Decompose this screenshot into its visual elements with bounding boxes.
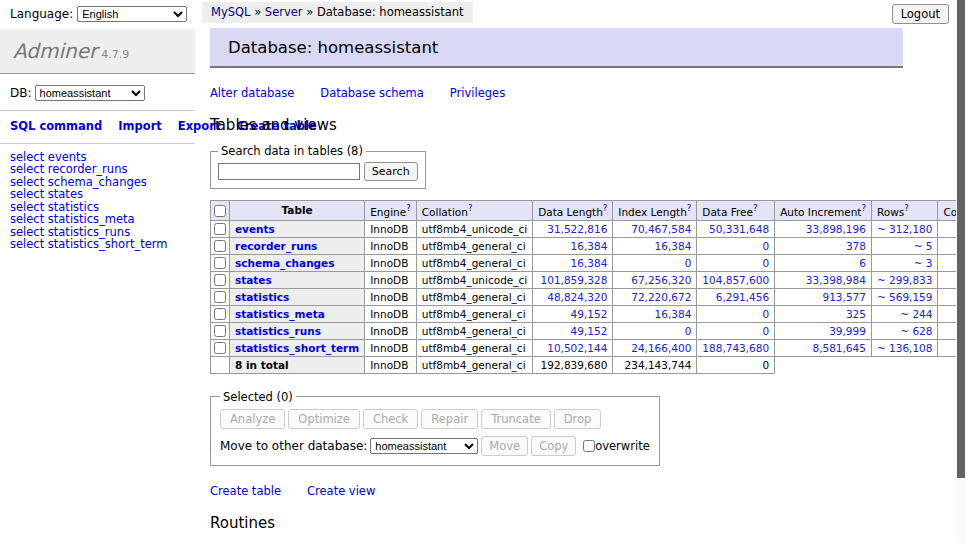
adminer-brand-link[interactable]: Adminer (13, 39, 97, 63)
row-checkbox[interactable] (214, 342, 226, 354)
search-input[interactable] (218, 163, 360, 180)
repair-button[interactable]: Repair (421, 409, 478, 429)
help-link[interactable]: ? (753, 203, 758, 213)
cell-data-length: 16,384 (533, 254, 613, 271)
auto-increment-link[interactable]: 33,398,984 (806, 274, 866, 286)
sql-command-link[interactable]: SQL command (10, 119, 102, 133)
db-select[interactable]: homeassistant (35, 85, 145, 101)
truncate-button[interactable]: Truncate (481, 409, 551, 429)
index-length-link[interactable]: 16,384 (655, 308, 692, 320)
index-length-link[interactable]: 16,384 (655, 240, 692, 252)
data-free-link[interactable]: 0 (762, 325, 769, 337)
auto-increment-link[interactable]: 325 (846, 308, 866, 320)
data-length-link[interactable]: 48,824,320 (547, 291, 607, 303)
statistics-short-term-table-link[interactable]: statistics_short_term (235, 342, 359, 354)
help-link[interactable]: ? (904, 203, 909, 213)
language-select[interactable]: English (77, 6, 187, 22)
copy-button[interactable]: Copy (531, 436, 576, 456)
privileges-link[interactable]: Privileges (450, 86, 505, 100)
help-link[interactable]: ? (406, 203, 411, 213)
help-link[interactable]: ? (861, 203, 866, 213)
statistics-table-link[interactable]: statistics (235, 291, 289, 303)
cell-index-length: 70,467,584 (613, 220, 697, 237)
rows-link[interactable]: ~ 3 (914, 257, 933, 269)
alter-database-link[interactable]: Alter database (210, 86, 294, 100)
help-link[interactable]: ? (603, 203, 608, 213)
vertical-scrollbar[interactable] (956, 0, 966, 543)
data-length-link[interactable]: 16,384 (571, 240, 608, 252)
help-link[interactable]: ? (468, 203, 473, 213)
column-header-auto-increment: Auto Increment? (775, 201, 872, 221)
index-length-link[interactable]: 67,256,320 (631, 274, 691, 286)
rows-link[interactable]: ~ 628 (900, 325, 932, 337)
data-free-link[interactable]: 6,291,456 (716, 291, 769, 303)
cell-index-length: 24,166,400 (613, 339, 697, 356)
rows-link[interactable]: ~ 299,833 (877, 274, 933, 286)
data-length-link[interactable]: 49,152 (571, 325, 608, 337)
statistics-runs-table-link[interactable]: statistics_runs (235, 325, 321, 337)
database-schema-link[interactable]: Database schema (320, 86, 423, 100)
logout-button[interactable]: Logout (892, 4, 949, 24)
mysql-breadcrumb-link[interactable]: MySQL (211, 5, 251, 19)
server-breadcrumb-link[interactable]: Server (265, 5, 303, 19)
data-free-link[interactable]: 0 (762, 257, 769, 269)
auto-increment-link[interactable]: 6 (859, 257, 866, 269)
data-free-link[interactable]: 104,857,600 (702, 274, 769, 286)
rows-link[interactable]: ~ 569,159 (877, 291, 933, 303)
recorder-runs-table-link[interactable]: recorder_runs (235, 240, 317, 252)
index-length-link[interactable]: 72,220,672 (631, 291, 691, 303)
data-free-link[interactable]: 50,331,648 (709, 223, 769, 235)
select-statistics-short-term-link[interactable]: select statistics_short_term (10, 237, 167, 251)
data-length-link[interactable]: 49,152 (571, 308, 608, 320)
index-length-link[interactable]: 0 (685, 257, 692, 269)
row-checkbox[interactable] (214, 257, 226, 269)
index-length-link[interactable]: 70,467,584 (631, 223, 691, 235)
import-link[interactable]: Import (118, 119, 162, 133)
auto-increment-link[interactable]: 8,581,645 (812, 342, 865, 354)
search-button[interactable]: Search (364, 162, 418, 181)
create-table-link[interactable]: Create table (210, 484, 281, 498)
scrollbar-thumb[interactable] (957, 0, 965, 478)
cell-collation: utf8mb4_general_ci (416, 339, 532, 356)
row-checkbox[interactable] (214, 325, 226, 337)
rows-link[interactable]: ~ 5 (914, 240, 933, 252)
data-free-link[interactable]: 0 (762, 308, 769, 320)
check-button[interactable]: Check (363, 409, 418, 429)
row-checkbox[interactable] (214, 240, 226, 252)
analyze-button[interactable]: Analyze (220, 409, 285, 429)
overwrite-checkbox[interactable] (583, 440, 595, 452)
drop-button[interactable]: Drop (554, 409, 602, 429)
row-checkbox[interactable] (214, 291, 226, 303)
data-free-link[interactable]: 188,743,680 (702, 342, 769, 354)
select-all-checkbox[interactable] (214, 205, 226, 217)
data-free-link[interactable]: 0 (762, 240, 769, 252)
row-checkbox-cell (211, 254, 230, 271)
data-length-link[interactable]: 16,384 (571, 257, 608, 269)
move-db-select[interactable]: homeassistant (370, 438, 478, 454)
move-button[interactable]: Move (481, 436, 528, 456)
index-length-link[interactable]: 0 (685, 325, 692, 337)
index-length-link[interactable]: 24,166,400 (631, 342, 691, 354)
help-link[interactable]: ? (687, 203, 692, 213)
rows-link[interactable]: ~ 312,180 (877, 223, 933, 235)
data-length-link[interactable]: 101,859,328 (541, 274, 608, 286)
row-checkbox[interactable] (214, 223, 226, 235)
auto-increment-link[interactable]: 913,577 (823, 291, 866, 303)
schema-changes-table-link[interactable]: schema_changes (235, 257, 335, 269)
row-checkbox[interactable] (214, 274, 226, 286)
auto-increment-link[interactable]: 39,999 (829, 325, 866, 337)
row-checkbox[interactable] (214, 308, 226, 320)
totals-index-length: 234,143,744 (613, 356, 697, 373)
rows-link[interactable]: ~ 136,108 (877, 342, 933, 354)
events-table-link[interactable]: events (235, 223, 275, 235)
data-length-link[interactable]: 31,522,816 (547, 223, 607, 235)
rows-link[interactable]: ~ 244 (900, 308, 932, 320)
cell-table-name: statistics_meta (230, 305, 365, 322)
statistics-meta-table-link[interactable]: statistics_meta (235, 308, 325, 320)
auto-increment-link[interactable]: 378 (846, 240, 866, 252)
create-view-link[interactable]: Create view (307, 484, 375, 498)
auto-increment-link[interactable]: 33,898,196 (806, 223, 866, 235)
optimize-button[interactable]: Optimize (288, 409, 360, 429)
states-table-link[interactable]: states (235, 274, 272, 286)
data-length-link[interactable]: 10,502,144 (547, 342, 607, 354)
